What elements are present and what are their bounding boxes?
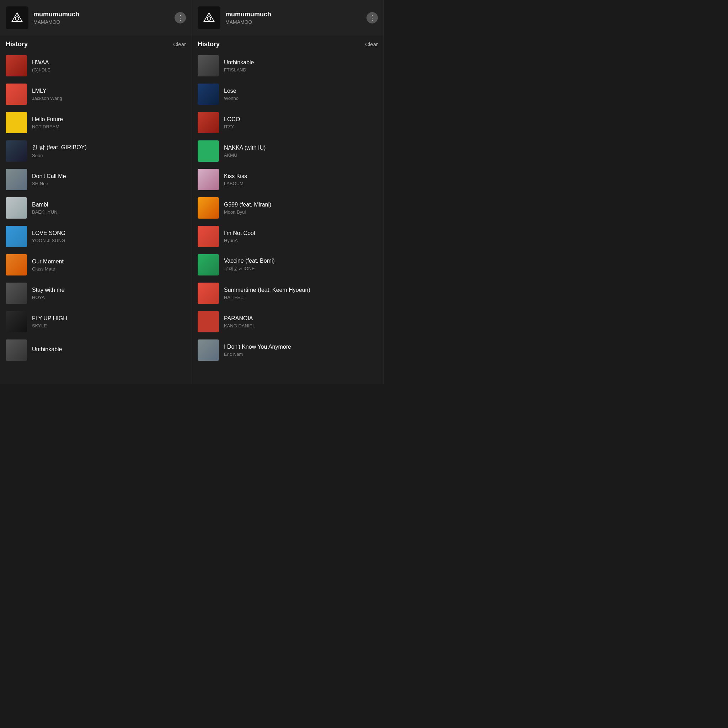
song-thumb-art <box>198 283 219 304</box>
right-song-item[interactable]: PARANOIA KANG DANIEL <box>192 307 384 336</box>
song-artist: SKYLE <box>32 323 186 329</box>
song-thumb-art <box>198 226 219 247</box>
song-info: Kiss Kiss LABOUM <box>224 173 378 186</box>
song-thumb-art <box>198 197 219 219</box>
right-song-item[interactable]: Vaccine (feat. Bomi) 우태운 & IONE <box>192 251 384 279</box>
song-title: Don't Call Me <box>32 173 186 179</box>
left-more-button[interactable]: ⋮ <box>174 12 186 23</box>
song-thumb-art <box>6 226 27 247</box>
song-info: NAKKA (with IU) AKMU <box>224 145 378 158</box>
song-thumbnail <box>6 311 27 332</box>
song-thumb-art <box>6 311 27 332</box>
left-album-art <box>6 6 28 29</box>
right-album-art <box>198 6 220 29</box>
song-thumbnail <box>6 84 27 105</box>
song-thumb-art <box>198 84 219 105</box>
song-artist: Seori <box>32 153 186 158</box>
left-song-item[interactable]: 긴 밤 (feat. GIRIBOY) Seori <box>0 137 191 165</box>
song-thumbnail <box>198 112 219 133</box>
song-thumbnail <box>198 340 219 361</box>
right-song-item[interactable]: Lose Wonho <box>192 80 384 109</box>
right-song-item[interactable]: Unthinkable FTISLAND <box>192 52 384 80</box>
song-artist: Class Mate <box>32 266 186 272</box>
song-artist: HA:TFELT <box>224 295 378 300</box>
song-info: Lose Wonho <box>224 88 378 101</box>
song-title: NAKKA (with IU) <box>224 145 378 151</box>
song-artist: KANG DANIEL <box>224 323 378 329</box>
song-thumbnail <box>6 283 27 304</box>
song-thumbnail <box>198 254 219 275</box>
song-artist: LABOUM <box>224 181 378 186</box>
song-info: FLY UP HIGH SKYLE <box>32 315 186 329</box>
song-thumb-art <box>198 141 219 162</box>
song-thumbnail <box>6 254 27 275</box>
song-artist: BAEKHYUN <box>32 210 186 215</box>
right-song-item[interactable]: I'm Not Cool HyunA <box>192 222 384 251</box>
song-title: Vaccine (feat. Bomi) <box>224 258 378 264</box>
left-clear-button[interactable]: Clear <box>173 41 186 47</box>
song-info: Unthinkable <box>32 346 186 354</box>
song-thumbnail <box>198 169 219 190</box>
song-thumb-art <box>6 254 27 275</box>
song-artist: YOON JI SUNG <box>32 238 186 243</box>
song-info: LOVE SONG YOON JI SUNG <box>32 230 186 243</box>
song-thumb-art <box>6 197 27 219</box>
song-artist: HyunA <box>224 238 378 243</box>
right-song-item[interactable]: I Don't Know You Anymore Eric Nam <box>192 336 384 364</box>
song-artist: HOYA <box>32 295 186 300</box>
song-title: Unthinkable <box>224 60 378 66</box>
song-title: Hello Future <box>32 116 186 122</box>
right-song-item[interactable]: Summertime (feat. Keem Hyoeun) HA:TFELT <box>192 279 384 307</box>
song-artist: (G)I-DLE <box>32 67 186 72</box>
song-info: LMLY Jackson Wang <box>32 88 186 101</box>
song-artist: AKMU <box>224 153 378 158</box>
right-playlist-artist: MAMAMOO <box>225 19 361 25</box>
left-song-item[interactable]: HWAA (G)I-DLE <box>0 52 191 80</box>
song-thumbnail <box>198 311 219 332</box>
song-info: G999 (feat. Mirani) Moon Byul <box>224 202 378 215</box>
song-info: Vaccine (feat. Bomi) 우태운 & IONE <box>224 258 378 272</box>
left-song-item[interactable]: Don't Call Me SHINee <box>0 165 191 194</box>
right-song-item[interactable]: NAKKA (with IU) AKMU <box>192 137 384 165</box>
song-thumbnail <box>198 84 219 105</box>
song-thumb-art <box>6 84 27 105</box>
left-panel: mumumumuch MAMAMOO ⋮ History Clear HWAA … <box>0 0 192 384</box>
right-song-item[interactable]: G999 (feat. Mirani) Moon Byul <box>192 194 384 222</box>
song-title: Stay with me <box>32 287 186 293</box>
song-artist: SHINee <box>32 181 186 186</box>
left-song-item[interactable]: LOVE SONG YOON JI SUNG <box>0 222 191 251</box>
song-artist: 우태운 & IONE <box>224 266 378 272</box>
right-song-item[interactable]: Kiss Kiss LABOUM <box>192 165 384 194</box>
right-header: mumumumuch MAMAMOO ⋮ <box>192 0 384 35</box>
song-title: FLY UP HIGH <box>32 315 186 322</box>
right-history-label: History <box>198 41 220 48</box>
song-info: Bambi BAEKHYUN <box>32 202 186 215</box>
song-thumbnail <box>198 141 219 162</box>
right-clear-button[interactable]: Clear <box>365 41 378 47</box>
left-history-label: History <box>6 41 28 48</box>
song-info: HWAA (G)I-DLE <box>32 60 186 72</box>
left-header: mumumumuch MAMAMOO ⋮ <box>0 0 191 35</box>
left-song-item[interactable]: LMLY Jackson Wang <box>0 80 191 109</box>
left-song-item[interactable]: Stay with me HOYA <box>0 279 191 307</box>
song-thumbnail <box>6 169 27 190</box>
left-song-item[interactable]: Our Moment Class Mate <box>0 251 191 279</box>
left-song-item[interactable]: FLY UP HIGH SKYLE <box>0 307 191 336</box>
right-song-item[interactable]: LOCO ITZY <box>192 109 384 137</box>
song-thumb-art <box>198 112 219 133</box>
song-thumb-art <box>198 311 219 332</box>
song-title: 긴 밤 (feat. GIRIBOY) <box>32 144 186 151</box>
song-info: Don't Call Me SHINee <box>32 173 186 186</box>
song-title: Kiss Kiss <box>224 173 378 179</box>
left-song-item[interactable]: Bambi BAEKHYUN <box>0 194 191 222</box>
song-title: Lose <box>224 88 378 94</box>
song-title: I'm Not Cool <box>224 230 378 236</box>
song-info: LOCO ITZY <box>224 116 378 129</box>
song-info: Summertime (feat. Keem Hyoeun) HA:TFELT <box>224 287 378 300</box>
right-song-list: Unthinkable FTISLAND Lose Wonho LOCO ITZ… <box>192 52 384 384</box>
left-song-item[interactable]: Hello Future NCT DREAM <box>0 109 191 137</box>
left-song-item[interactable]: Unthinkable <box>0 336 191 364</box>
left-playlist-artist: MAMAMOO <box>34 19 170 25</box>
song-info: PARANOIA KANG DANIEL <box>224 315 378 329</box>
right-more-button[interactable]: ⋮ <box>367 12 378 23</box>
